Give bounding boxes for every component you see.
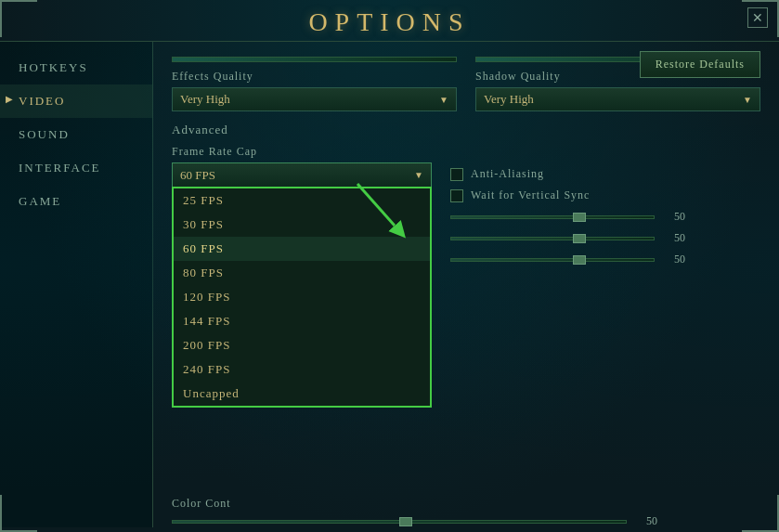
color-control-value: 50	[634, 514, 657, 527]
frame-rate-arrow: ▼	[414, 170, 423, 180]
slider-value-3: 50	[662, 253, 685, 266]
shadow-quality-select[interactable]: Very High ▼	[475, 87, 760, 111]
title-bar: OPTIONS ✕	[0, 0, 779, 42]
slider-track-2[interactable]	[450, 237, 655, 240]
sidebar: HOTKEYS VIDEO SOUND INTERFACE GAME	[0, 42, 153, 527]
effects-quality-group: Effects Quality Very High ▼	[172, 70, 457, 111]
fps-25-option[interactable]: 25 FPS	[174, 188, 430, 213]
right-sliders: 50 50 50	[450, 210, 760, 266]
page-title: OPTIONS	[308, 7, 470, 36]
restore-defaults-button[interactable]: Restore Defaults	[640, 51, 760, 78]
slider-row-1: 50	[450, 210, 760, 224]
slider-thumb-1[interactable]	[573, 213, 586, 222]
sidebar-item-hotkeys[interactable]: HOTKEYS	[0, 51, 152, 84]
fps-200-option[interactable]: 200 FPS	[174, 333, 430, 357]
slider-thumb-2[interactable]	[573, 234, 586, 243]
color-control-slider-row: 50	[172, 514, 760, 527]
color-control-section: Color Cont 50	[172, 497, 760, 527]
frame-rate-select-wrapper: 60 FPS ▼ 25 FPS 30 FPS 60 FPS 80 FPS 120…	[172, 162, 432, 187]
color-control-slider[interactable]	[172, 520, 627, 524]
shadow-quality-arrow: ▼	[743, 95, 752, 105]
slider-track-3[interactable]	[450, 258, 655, 262]
sidebar-item-sound[interactable]: SOUND	[0, 118, 152, 151]
frame-rate-selected-value: 60 FPS	[180, 168, 215, 183]
sidebar-item-video[interactable]: VIDEO	[0, 84, 152, 118]
fps-120-option[interactable]: 120 FPS	[174, 285, 430, 309]
shadow-quality-value: Very High	[484, 92, 534, 107]
effects-quality-value: Very High	[180, 92, 230, 107]
slider-thumb-3[interactable]	[573, 255, 586, 265]
vsync-checkbox[interactable]	[450, 189, 463, 202]
fps-144-option[interactable]: 144 FPS	[174, 309, 430, 333]
sidebar-item-game[interactable]: GAME	[0, 185, 152, 218]
close-button[interactable]: ✕	[747, 7, 768, 28]
effects-quality-select[interactable]: Very High ▼	[172, 87, 457, 111]
advanced-label: Advanced	[172, 123, 228, 137]
anti-aliasing-label: Anti-Aliasing	[471, 167, 544, 181]
checkboxes-group: Anti-Aliasing Wait for Vertical Sync 50	[450, 145, 760, 274]
vsync-label: Wait for Vertical Sync	[471, 188, 590, 202]
color-control-label: Color Cont	[172, 497, 760, 511]
slider-track-1[interactable]	[450, 215, 655, 219]
fps-60-option[interactable]: 60 FPS	[174, 237, 430, 261]
slider-value-2: 50	[662, 231, 685, 245]
content-area: Restore Defaults Effects Quality Very Hi…	[153, 42, 779, 527]
advanced-row: Frame Rate Cap 60 FPS ▼ 25 FPS 30 FPS 60…	[172, 145, 760, 274]
top-slider-left[interactable]	[172, 57, 457, 62]
frame-rate-dropdown: 25 FPS 30 FPS 60 FPS 80 FPS 120 FPS 144 …	[172, 187, 432, 408]
slider-value-1: 50	[662, 210, 685, 224]
frame-rate-select[interactable]: 60 FPS ▼	[172, 162, 432, 187]
fps-240-option[interactable]: 240 FPS	[174, 357, 430, 382]
sidebar-item-interface[interactable]: INTERFACE	[0, 151, 152, 185]
fps-30-option[interactable]: 30 FPS	[174, 213, 430, 237]
anti-aliasing-row: Anti-Aliasing	[450, 167, 760, 181]
main-layout: HOTKEYS VIDEO SOUND INTERFACE GAME Resto…	[0, 42, 779, 527]
vsync-row: Wait for Vertical Sync	[450, 188, 760, 202]
frame-rate-group: Frame Rate Cap 60 FPS ▼ 25 FPS 30 FPS 60…	[172, 145, 432, 187]
frame-rate-label: Frame Rate Cap	[172, 145, 432, 159]
fps-uncapped-option[interactable]: Uncapped	[174, 382, 430, 406]
effects-quality-label: Effects Quality	[172, 70, 457, 84]
anti-aliasing-checkbox[interactable]	[450, 168, 463, 181]
color-control-thumb[interactable]	[399, 517, 412, 526]
slider-row-2: 50	[450, 231, 760, 245]
fps-80-option[interactable]: 80 FPS	[174, 261, 430, 285]
effects-quality-arrow: ▼	[439, 95, 448, 105]
slider-row-3: 50	[450, 253, 760, 266]
